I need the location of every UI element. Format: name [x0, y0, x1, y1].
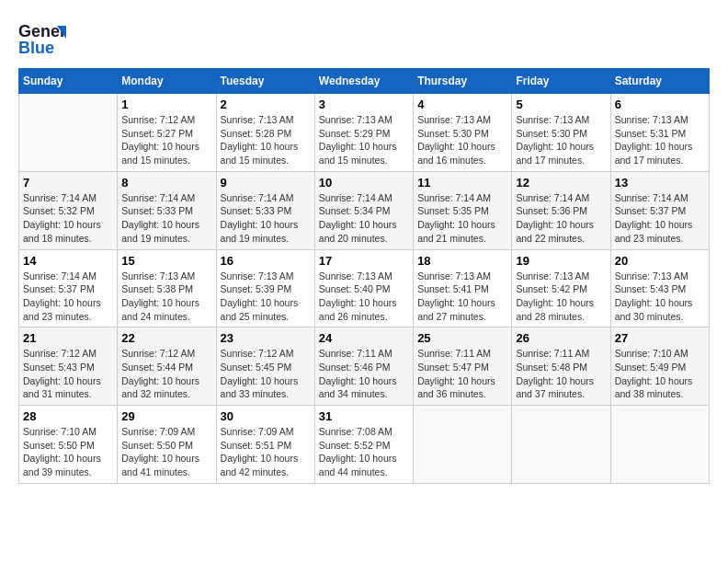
logo: General Blue	[18, 18, 66, 59]
day-info: Sunrise: 7:12 AM Sunset: 5:44 PM Dayligh…	[121, 347, 211, 401]
calendar-cell: 3Sunrise: 7:13 AM Sunset: 5:29 PM Daylig…	[314, 94, 413, 172]
day-info: Sunrise: 7:14 AM Sunset: 5:37 PM Dayligh…	[23, 270, 113, 324]
day-info: Sunrise: 7:13 AM Sunset: 5:42 PM Dayligh…	[516, 270, 606, 324]
day-number: 18	[417, 254, 507, 268]
day-info: Sunrise: 7:11 AM Sunset: 5:48 PM Dayligh…	[516, 347, 606, 401]
calendar-cell: 15Sunrise: 7:13 AM Sunset: 5:38 PM Dayli…	[118, 249, 216, 327]
calendar-cell: 23Sunrise: 7:12 AM Sunset: 5:45 PM Dayli…	[216, 327, 314, 406]
calendar-cell: 13Sunrise: 7:14 AM Sunset: 5:37 PM Dayli…	[610, 171, 709, 249]
calendar-cell: 5Sunrise: 7:13 AM Sunset: 5:30 PM Daylig…	[512, 94, 610, 172]
day-info: Sunrise: 7:13 AM Sunset: 5:29 PM Dayligh…	[319, 113, 409, 167]
day-number: 17	[319, 254, 409, 268]
weekday-header: Saturday	[610, 69, 709, 94]
calendar-cell: 9Sunrise: 7:14 AM Sunset: 5:33 PM Daylig…	[216, 171, 314, 249]
calendar-table: SundayMondayTuesdayWednesdayThursdayFrid…	[18, 68, 710, 484]
day-number: 25	[417, 331, 507, 345]
calendar-cell: 12Sunrise: 7:14 AM Sunset: 5:36 PM Dayli…	[512, 171, 610, 249]
day-info: Sunrise: 7:13 AM Sunset: 5:39 PM Dayligh…	[221, 270, 311, 324]
calendar-cell: 2Sunrise: 7:13 AM Sunset: 5:28 PM Daylig…	[216, 94, 314, 172]
weekday-header: Friday	[512, 69, 610, 94]
calendar-cell: 30Sunrise: 7:09 AM Sunset: 5:51 PM Dayli…	[216, 406, 314, 484]
day-info: Sunrise: 7:13 AM Sunset: 5:31 PM Dayligh…	[615, 113, 705, 167]
day-number: 4	[417, 98, 507, 111]
day-number: 6	[615, 98, 705, 111]
calendar-cell: 29Sunrise: 7:09 AM Sunset: 5:50 PM Dayli…	[118, 406, 216, 484]
day-number: 15	[121, 254, 211, 268]
logo-icon: General Blue	[18, 18, 66, 59]
calendar-cell: 24Sunrise: 7:11 AM Sunset: 5:46 PM Dayli…	[314, 327, 413, 406]
calendar-cell: 19Sunrise: 7:13 AM Sunset: 5:42 PM Dayli…	[512, 249, 610, 327]
calendar-cell: 11Sunrise: 7:14 AM Sunset: 5:35 PM Dayli…	[414, 171, 512, 249]
calendar-cell: 6Sunrise: 7:13 AM Sunset: 5:31 PM Daylig…	[610, 94, 709, 172]
day-info: Sunrise: 7:11 AM Sunset: 5:46 PM Dayligh…	[319, 347, 409, 401]
calendar-week-row: 14Sunrise: 7:14 AM Sunset: 5:37 PM Dayli…	[19, 249, 710, 327]
calendar-cell: 26Sunrise: 7:11 AM Sunset: 5:48 PM Dayli…	[512, 327, 610, 406]
day-info: Sunrise: 7:12 AM Sunset: 5:45 PM Dayligh…	[221, 347, 311, 401]
calendar-week-row: 7Sunrise: 7:14 AM Sunset: 5:32 PM Daylig…	[19, 171, 710, 249]
day-info: Sunrise: 7:11 AM Sunset: 5:47 PM Dayligh…	[417, 347, 507, 401]
day-number: 5	[516, 98, 606, 111]
day-info: Sunrise: 7:09 AM Sunset: 5:50 PM Dayligh…	[121, 425, 211, 479]
day-number: 26	[516, 331, 606, 345]
day-number: 1	[121, 98, 211, 111]
calendar-week-row: 21Sunrise: 7:12 AM Sunset: 5:43 PM Dayli…	[19, 327, 710, 406]
day-number: 22	[121, 331, 211, 345]
day-number: 16	[221, 254, 311, 268]
svg-text:General: General	[18, 22, 66, 40]
day-number: 31	[319, 409, 409, 423]
calendar-cell	[414, 406, 512, 484]
calendar-cell: 1Sunrise: 7:12 AM Sunset: 5:27 PM Daylig…	[118, 94, 216, 172]
day-info: Sunrise: 7:14 AM Sunset: 5:33 PM Dayligh…	[121, 191, 211, 246]
weekday-header: Sunday	[19, 69, 118, 94]
day-number: 20	[615, 254, 705, 268]
day-info: Sunrise: 7:10 AM Sunset: 5:49 PM Dayligh…	[615, 347, 705, 401]
day-number: 28	[23, 409, 113, 423]
day-info: Sunrise: 7:13 AM Sunset: 5:40 PM Dayligh…	[319, 270, 409, 324]
day-info: Sunrise: 7:10 AM Sunset: 5:50 PM Dayligh…	[23, 425, 113, 479]
calendar-cell: 27Sunrise: 7:10 AM Sunset: 5:49 PM Dayli…	[610, 327, 709, 406]
day-number: 21	[23, 331, 113, 345]
day-number: 14	[23, 254, 113, 268]
calendar-week-row: 28Sunrise: 7:10 AM Sunset: 5:50 PM Dayli…	[19, 406, 710, 484]
weekday-header: Thursday	[414, 69, 512, 94]
calendar-cell: 18Sunrise: 7:13 AM Sunset: 5:41 PM Dayli…	[414, 249, 512, 327]
calendar-cell: 31Sunrise: 7:08 AM Sunset: 5:52 PM Dayli…	[314, 406, 413, 484]
day-info: Sunrise: 7:13 AM Sunset: 5:28 PM Dayligh…	[221, 113, 311, 167]
calendar-header-row: SundayMondayTuesdayWednesdayThursdayFrid…	[19, 69, 710, 94]
calendar-cell: 14Sunrise: 7:14 AM Sunset: 5:37 PM Dayli…	[19, 249, 118, 327]
day-number: 10	[319, 176, 409, 190]
weekday-header: Wednesday	[314, 69, 413, 94]
calendar-cell: 21Sunrise: 7:12 AM Sunset: 5:43 PM Dayli…	[19, 327, 118, 406]
day-info: Sunrise: 7:12 AM Sunset: 5:27 PM Dayligh…	[121, 113, 211, 167]
day-number: 11	[417, 176, 507, 190]
calendar-cell: 22Sunrise: 7:12 AM Sunset: 5:44 PM Dayli…	[118, 327, 216, 406]
day-info: Sunrise: 7:13 AM Sunset: 5:38 PM Dayligh…	[121, 270, 211, 324]
page-header: General Blue	[18, 18, 710, 59]
day-number: 12	[516, 176, 606, 190]
day-info: Sunrise: 7:14 AM Sunset: 5:36 PM Dayligh…	[516, 191, 606, 246]
calendar-cell: 16Sunrise: 7:13 AM Sunset: 5:39 PM Dayli…	[216, 249, 314, 327]
calendar-cell	[19, 94, 118, 172]
day-number: 9	[221, 176, 311, 190]
day-info: Sunrise: 7:14 AM Sunset: 5:34 PM Dayligh…	[319, 191, 409, 246]
day-number: 29	[121, 409, 211, 423]
day-info: Sunrise: 7:09 AM Sunset: 5:51 PM Dayligh…	[221, 425, 311, 479]
calendar-cell: 20Sunrise: 7:13 AM Sunset: 5:43 PM Dayli…	[610, 249, 709, 327]
day-info: Sunrise: 7:13 AM Sunset: 5:30 PM Dayligh…	[417, 113, 507, 167]
day-number: 2	[221, 98, 311, 111]
day-info: Sunrise: 7:14 AM Sunset: 5:37 PM Dayligh…	[615, 191, 705, 246]
calendar-week-row: 1Sunrise: 7:12 AM Sunset: 5:27 PM Daylig…	[19, 94, 710, 172]
calendar-cell: 28Sunrise: 7:10 AM Sunset: 5:50 PM Dayli…	[19, 406, 118, 484]
day-info: Sunrise: 7:14 AM Sunset: 5:32 PM Dayligh…	[23, 191, 113, 246]
weekday-header: Tuesday	[216, 69, 314, 94]
svg-text:Blue: Blue	[18, 39, 54, 57]
calendar-cell: 8Sunrise: 7:14 AM Sunset: 5:33 PM Daylig…	[118, 171, 216, 249]
day-number: 7	[23, 176, 113, 190]
calendar-cell: 10Sunrise: 7:14 AM Sunset: 5:34 PM Dayli…	[314, 171, 413, 249]
calendar-cell	[512, 406, 610, 484]
weekday-header: Monday	[118, 69, 216, 94]
day-number: 27	[615, 331, 705, 345]
day-number: 8	[121, 176, 211, 190]
day-info: Sunrise: 7:13 AM Sunset: 5:30 PM Dayligh…	[516, 113, 606, 167]
day-number: 24	[319, 331, 409, 345]
